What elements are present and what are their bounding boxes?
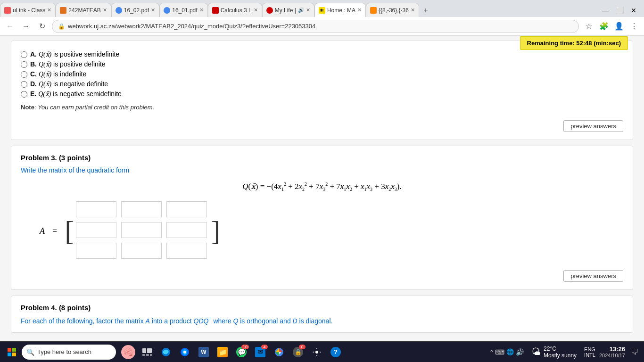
tab-favicon-mylife — [266, 7, 273, 14]
tab-close-calculus[interactable]: ✕ — [254, 7, 258, 13]
radio-E[interactable] — [21, 91, 27, 98]
tab-favicon-matrix — [370, 7, 377, 14]
weather-desc: Mostly sunny — [544, 352, 577, 359]
tab-ulink[interactable]: uLink - Class ✕ — [0, 3, 56, 17]
taskbar-right: ^ ⌨ 🌐 🔊 🌤 22°C Mostly sunny ENG INTL 13:… — [490, 346, 640, 359]
tray-arrow[interactable]: ^ — [490, 348, 493, 355]
tab-close-mateab[interactable]: ✕ — [103, 7, 107, 13]
tab-home[interactable]: 🕷 Home : MA ✕ — [314, 3, 366, 17]
weather-text: 22°C Mostly sunny — [544, 346, 577, 359]
tab-title-ulink: uLink - Class — [13, 7, 45, 14]
tab-close-pdf2[interactable]: ✕ — [199, 7, 204, 13]
radio-B[interactable] — [21, 61, 27, 68]
preview-answers-btn-3[interactable]: preview answers — [563, 270, 623, 282]
option-A: A. Q(x̄) is positive semidefinite — [21, 50, 623, 58]
radio-C[interactable] — [21, 71, 27, 78]
tab-pdf2[interactable]: 16_01.pdf ✕ — [159, 3, 207, 17]
time-display: 13:26 — [610, 346, 625, 353]
radio-A[interactable] — [21, 51, 27, 58]
copilot-icon[interactable] — [176, 344, 193, 361]
svg-rect-5 — [147, 348, 152, 353]
preview-answers-btn-2[interactable]: preview answers — [563, 120, 623, 132]
settings-icon[interactable] — [308, 344, 325, 361]
word-icon[interactable]: W — [195, 344, 212, 361]
start-button[interactable] — [4, 344, 20, 360]
tab-calculus[interactable]: Calculus 3 L ✕ — [208, 3, 262, 17]
tab-close-home[interactable]: ✕ — [357, 7, 362, 13]
notification-icon[interactable]: 🗨 — [629, 346, 640, 358]
tab-favicon-home: 🕷 — [319, 7, 325, 14]
math-formula-display: Q(x̄) = −(4x12 + 2x22 + 7x32 + 7x1x2 + x… — [21, 181, 623, 192]
tab-close-ulink[interactable]: ✕ — [47, 7, 51, 13]
lang-section[interactable]: ENG INTL — [584, 346, 595, 358]
tab-favicon-mateab — [60, 7, 66, 14]
option-D-label: D. Q(x̄) is negative definite — [30, 80, 108, 88]
tab-pdf1[interactable]: 16_02.pdf ✕ — [111, 3, 159, 17]
matrix-equals: = — [52, 226, 57, 236]
matrix-cell-02[interactable] — [166, 201, 207, 217]
maximize-button[interactable]: ⬜ — [613, 4, 626, 17]
back-button[interactable]: ← — [4, 20, 16, 33]
forward-button[interactable]: → — [20, 20, 32, 33]
problem4-points: (8 points) — [59, 304, 91, 312]
matrix-cell-12[interactable] — [166, 222, 207, 238]
svg-rect-6 — [142, 354, 145, 356]
chrome-icon[interactable] — [271, 344, 288, 361]
menu-icon[interactable]: ⋮ — [628, 20, 640, 33]
matrix-cell-20[interactable] — [76, 243, 116, 259]
problem3-description: Write the matrix of the quadratic form — [21, 166, 623, 174]
tab-mateab[interactable]: 242MATEAB ✕ — [56, 3, 111, 17]
files-icon[interactable]: 📁 — [214, 344, 231, 361]
close-button[interactable]: ✕ — [627, 4, 640, 17]
tray-network[interactable]: 🌐 — [506, 348, 514, 355]
matrix-cell-21[interactable] — [121, 243, 162, 259]
edge-icon[interactable] — [157, 344, 174, 361]
nav-actions: ☆ 🧩 👤 ⋮ — [583, 20, 640, 33]
tab-close-mylife[interactable]: 🔊 ✕ — [298, 7, 310, 13]
tab-matrix[interactable]: {{8,-36},{-36 ✕ — [366, 3, 419, 17]
tray-sound[interactable]: 🔊 — [516, 348, 524, 356]
minimize-button[interactable]: — — [599, 4, 612, 17]
extensions-icon[interactable]: 🧩 — [598, 20, 610, 33]
matrix-cell-11[interactable] — [121, 222, 162, 238]
matrix-cell-01[interactable] — [121, 201, 162, 217]
mail-icon[interactable]: ✉ 4 — [252, 344, 269, 361]
matrix-bracket-right: ] — [211, 217, 220, 245]
cortana-icon[interactable]: 🧠 — [120, 344, 137, 361]
bookmark-icon[interactable]: ☆ — [583, 20, 595, 33]
whatsapp-icon[interactable]: 💬 10 — [233, 344, 250, 361]
profile-icon[interactable]: 👤 — [613, 20, 625, 33]
tab-title-calculus: Calculus 3 L — [221, 7, 252, 14]
preview-btn-container-2: preview answers — [21, 120, 623, 132]
option-A-label: A. Q(x̄) is positive semidefinite — [30, 50, 119, 58]
matrix-cell-10[interactable] — [76, 222, 116, 238]
tab-close-pdf1[interactable]: ✕ — [151, 7, 155, 13]
option-B-label: B. Q(x̄) is positive definite — [30, 60, 106, 68]
weather-section[interactable]: 🌤 22°C Mostly sunny — [528, 346, 580, 359]
tab-title-pdf2: 16_01.pdf — [172, 7, 197, 14]
taskbar-search[interactable]: 🔍 Type here to search — [22, 345, 116, 360]
vpn-icon[interactable]: 🔒 0 — [289, 344, 306, 361]
radio-D[interactable] — [21, 81, 27, 88]
task-view-icon[interactable] — [139, 344, 156, 361]
tab-mylife[interactable]: My Life | 🔊 ✕ — [262, 3, 314, 17]
matrix-cell-22[interactable] — [166, 243, 207, 259]
content-scroll[interactable]: Remaining time: 52:48 (min:sec) A. Q(x̄)… — [0, 36, 644, 341]
mail-badge: 4 — [261, 345, 268, 349]
address-bar[interactable]: 🔒 webwork.uj.ac.za/webwork2/MATEAB2_2024… — [52, 20, 579, 33]
matrix-grid — [76, 201, 209, 261]
tab-favicon-pdf2 — [164, 7, 170, 14]
matrix-cell-00[interactable] — [76, 201, 116, 217]
tray-keyboard[interactable]: ⌨ — [495, 348, 504, 356]
quadratic-formula: Q(x̄) = −(4x12 + 2x22 + 7x32 + 7x1x2 + x… — [242, 182, 401, 191]
lang-secondary: INTL — [584, 352, 595, 358]
tab-close-matrix[interactable]: ✕ — [411, 7, 415, 13]
help-icon[interactable]: ? — [327, 344, 344, 361]
whatsapp-badge: 10 — [241, 345, 249, 349]
reload-button[interactable]: ↻ — [36, 20, 48, 33]
preview-btn-container-3: preview answers — [21, 270, 623, 282]
svg-rect-7 — [146, 354, 149, 356]
new-tab-button[interactable]: + — [419, 4, 432, 17]
tab-title-mateab: 242MATEAB — [68, 7, 100, 14]
time-section[interactable]: 13:26 2024/10/17 — [599, 346, 625, 358]
